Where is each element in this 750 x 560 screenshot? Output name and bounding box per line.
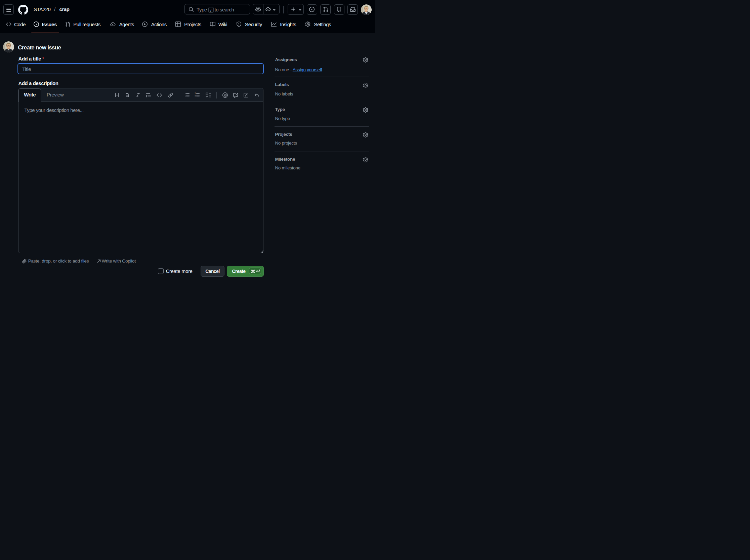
svg-text:2: 2 bbox=[195, 95, 196, 98]
